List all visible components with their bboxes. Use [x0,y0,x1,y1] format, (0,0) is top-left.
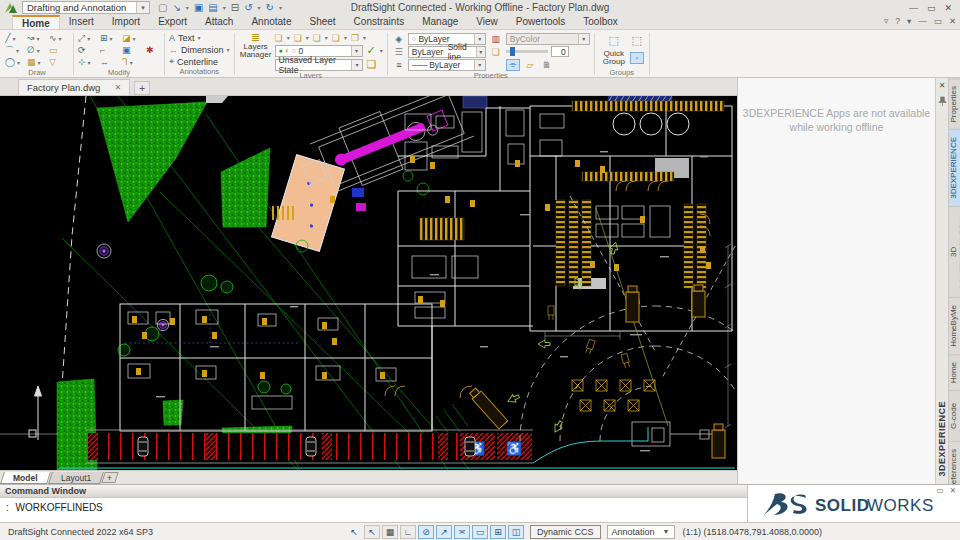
stretch-tool-icon[interactable] [100,57,109,67]
line-style-combo[interactable]: ByLayer Solid line▾ [408,46,486,58]
layers-manager-button[interactable]: ≣ LayersManager [239,32,273,60]
annotation-scale-combo[interactable]: Annotation ▼ [607,525,675,539]
scale-tool-icon[interactable] [78,57,86,67]
model-tab[interactable]: Model [0,472,50,484]
cmd-float-icon[interactable]: ▭ [937,486,944,495]
line-tool-icon[interactable] [5,33,10,43]
create-group-icon[interactable]: ⬚ [609,36,619,45]
transparency-slider[interactable] [506,50,548,53]
entity-snap-toggle[interactable]: ↖ [346,525,362,539]
ucs-icon-toggle[interactable]: ◫ [508,525,524,539]
doc-minimize-button[interactable]: — [918,16,927,26]
edit-group-icon[interactable]: ⬚ [632,36,642,45]
add-sheet-button[interactable]: + [101,472,119,483]
tab-annotate[interactable]: Annotate [242,15,300,29]
save-button[interactable]: ▤ [208,2,217,13]
line-weight-combo[interactable]: —— ByLayer▾ [408,59,486,71]
command-window-titlebar[interactable]: Command Window [0,485,747,498]
tab-home[interactable]: Home [12,15,60,29]
layer-tool-1-icon[interactable]: ❏ [275,33,283,43]
side-tab-home[interactable]: Home [949,354,960,390]
doc-close-button[interactable]: ✕ [949,16,956,26]
ccs-toggle[interactable]: ⊞ [490,525,506,539]
undo-menu[interactable]: ▾ [258,4,261,11]
print-button[interactable]: ⊟ [231,2,239,13]
document-tab-close-icon[interactable]: ✕ [114,83,121,92]
spline-tool-icon[interactable] [49,33,57,43]
close-button[interactable]: ✕ [944,3,952,13]
document-tab[interactable]: Factory Plan.dwg ✕ [18,79,130,95]
workspace-selector[interactable]: Drafting and Annotation ▾ [22,1,150,14]
redo-button[interactable]: ↻ [266,2,274,13]
esnap-toggle[interactable]: ↗ [436,525,452,539]
layer-state-combo[interactable]: Unsaved Layer State ▾ [275,59,363,71]
side-tab-3dexperience[interactable]: 3DEXPERIENCE [949,129,960,206]
annotation-monitor-button[interactable]: ▱ [523,59,537,71]
tab-insert[interactable]: Insert [60,15,103,29]
side-tab-3dcontentcentral[interactable]: 3D CONTENTCENTRAL [949,206,960,297]
layer-tool-3-icon[interactable]: ❏ [313,33,321,43]
pointer-toggle[interactable]: ↖ [364,525,380,539]
layout1-tab[interactable]: Layout1 [48,472,104,484]
ellipse-tool-icon[interactable] [27,45,35,55]
save-menu[interactable]: ▾ [223,4,226,11]
tab-attach[interactable]: Attach [196,15,242,29]
layer-ok-icon[interactable]: ✓ [367,44,376,57]
rotate-tool-icon[interactable] [78,45,86,55]
property-painter-button[interactable]: 🗎 [540,59,554,71]
side-tab-homebyme[interactable]: HomeByMe [949,297,960,354]
tab-constraints[interactable]: Constraints [345,15,414,29]
collapse-ribbon-icon[interactable]: ▿ [884,16,888,26]
panel-close-icon[interactable]: ✕ [939,81,946,90]
tab-export[interactable]: Export [149,15,196,29]
new-document-button[interactable]: + [134,81,150,95]
restore-button[interactable]: ▭ [927,3,936,13]
layer-state-save-icon[interactable]: ❏ [367,58,377,71]
dimension-button[interactable]: Dimension▾ [169,44,230,55]
trim-tool-icon[interactable] [100,45,105,55]
explode-tool-icon[interactable] [146,45,154,55]
tab-manage[interactable]: Manage [413,15,467,29]
polygon-tool-icon[interactable] [49,57,56,67]
dynamic-ccs-button[interactable]: Dynamic CCS [530,525,601,539]
etrack-toggle[interactable]: ≍ [454,525,470,539]
move-tool-icon[interactable] [78,33,85,44]
tab-powertools[interactable]: Powertools [507,15,574,29]
fillet-tool-icon[interactable] [122,57,128,67]
drawing-area[interactable]: ♿ ♿ [0,96,737,470]
rectangle-tool-icon[interactable] [49,45,58,55]
help-menu-icon[interactable]: ▾ [907,16,911,26]
transparency-value[interactable]: 0 [551,46,569,57]
doc-restore-button[interactable]: ▭ [934,16,942,26]
minimize-button[interactable]: — [909,3,918,13]
tab-sheet[interactable]: Sheet [300,15,344,29]
ortho-toggle[interactable]: ∟ [400,525,416,539]
layer-tool-5-icon[interactable]: ❐ [351,33,359,43]
lineweight-toggle[interactable]: ▭ [472,525,488,539]
pattern-tool-icon[interactable] [100,33,108,43]
quick-group-button[interactable]: QuickGroup [603,50,625,67]
layer-tool-4-icon[interactable]: ❏ [332,33,340,43]
cad-canvas[interactable]: ♿ ♿ [0,96,737,470]
tab-toolbox[interactable]: Toolbox [574,15,626,29]
tab-view[interactable]: View [467,15,507,29]
arc-tool-icon[interactable] [27,33,35,43]
open-file-button[interactable]: ↘ [172,2,180,13]
side-tab-properties[interactable]: Properties [949,78,960,129]
side-tab-gcode-generator[interactable]: G-code Generator [949,390,960,441]
hatch-color-combo[interactable]: ByColor▾ [506,33,590,45]
open-file-menu[interactable]: ▾ [186,4,189,11]
ungroup-button[interactable]: ◦ [630,52,644,64]
mirror-tool-icon[interactable] [122,45,131,55]
polar-toggle[interactable]: ⊘ [418,525,434,539]
layer-tool-2-icon[interactable]: ❏ [294,33,302,43]
grid-toggle[interactable]: ▦ [382,525,398,539]
new-file-button[interactable]: ▢ [158,2,167,13]
text-button[interactable]: Text▾ [169,32,230,43]
hatch-tool-icon[interactable] [27,57,36,67]
polyline-tool-icon[interactable] [5,44,14,57]
panel-pin-icon[interactable] [938,96,947,109]
circle-tool-icon[interactable] [5,57,15,67]
erase-tool-icon[interactable] [122,33,131,43]
cmd-close-icon[interactable]: ✕ [950,486,956,495]
